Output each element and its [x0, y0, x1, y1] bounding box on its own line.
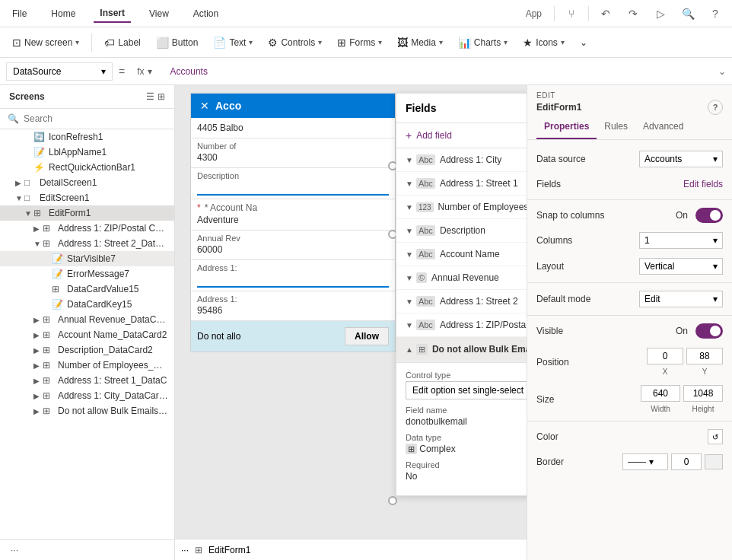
- sidebar-list-icon[interactable]: ☰: [146, 91, 154, 102]
- border-color-swatch[interactable]: [705, 454, 723, 469]
- redo-icon[interactable]: ↷: [622, 3, 644, 24]
- position-x-input[interactable]: [647, 348, 683, 364]
- play-icon[interactable]: ▷: [650, 3, 671, 24]
- field-item-zipcode[interactable]: ▼ Abc Address 1: ZIP/Postal Code: [396, 313, 527, 337]
- datasource-select-value: Accounts: [644, 154, 682, 164]
- border-width-input[interactable]: [671, 453, 702, 470]
- sidebar-item-editform[interactable]: ▼ ⊞ EditForm1: [0, 205, 174, 221]
- charts-button[interactable]: 📊 Charts ▾: [452, 33, 514, 52]
- charts-caret: ▾: [504, 38, 508, 46]
- field-name-label: Number of Employees: [438, 202, 527, 212]
- sidebar-item-datacardvalue[interactable]: ⊞ DataCardValue15: [0, 282, 174, 297]
- field-item-numemployees[interactable]: ▼ 123 Number of Employees: [396, 196, 527, 219]
- sidebar-item-numemployees[interactable]: ▶ ⊞ Number of Employees_Data: [0, 358, 174, 373]
- sidebar-item-accountname[interactable]: ▶ ⊞ Account Name_DataCard2: [0, 327, 174, 342]
- sidebar-grid-icon[interactable]: ⊞: [158, 91, 165, 102]
- allow-button[interactable]: Allow: [345, 327, 389, 345]
- datasource-prop-row: Data source Accounts ▾: [527, 146, 732, 172]
- sidebar-item-errormsg[interactable]: 📝 ErrorMessage7: [0, 266, 174, 282]
- add-field-button[interactable]: + Add field ···: [396, 123, 527, 148]
- field-item-street1[interactable]: ▼ Abc Address 1: Street 1: [396, 172, 527, 196]
- menu-insert[interactable]: Insert: [94, 5, 131, 23]
- sidebar-item-street1[interactable]: ▶ ⊞ Address 1: Street 1_DataC: [0, 373, 174, 388]
- sidebar-more-btn[interactable]: ···: [6, 543, 23, 557]
- layout-prop-select[interactable]: Vertical ▾: [639, 258, 723, 275]
- form-close-icon[interactable]: ✕: [200, 100, 209, 112]
- prop-divider2: [527, 282, 732, 283]
- field-name-label: Account Name: [440, 249, 527, 259]
- sidebar-item-starvisible[interactable]: 📝 StarVisible7: [0, 251, 174, 266]
- sidebar-item-detailscreen[interactable]: ▶ □ DetailScreen1: [0, 175, 174, 190]
- new-screen-button[interactable]: ⊡ New screen ▾: [6, 33, 85, 52]
- size-width-input[interactable]: [641, 385, 680, 402]
- edit-fields-link[interactable]: Edit fields: [683, 179, 723, 189]
- tab-properties[interactable]: Properties: [536, 115, 597, 139]
- sidebar-item-annualrev[interactable]: ▶ ⊞ Annual Revenue_DataCard2: [0, 312, 174, 327]
- field-item-donotbulk[interactable]: ▲ ⊞ Do not allow Bulk Emails ···: [396, 337, 527, 362]
- columns-prop-select[interactable]: 1 ▾: [639, 232, 723, 249]
- share-icon[interactable]: ⑂: [561, 3, 582, 24]
- menu-home[interactable]: Home: [45, 5, 81, 22]
- sidebar-item-editscreen[interactable]: ▼ □ EditScreen1: [0, 190, 174, 205]
- lblappname-icon: 📝: [33, 147, 46, 158]
- field-item-city[interactable]: ▼ Abc Address 1: City: [396, 148, 527, 172]
- data-type-row: Data type ⊞ Complex: [406, 433, 527, 454]
- help-question-icon[interactable]: ?: [708, 100, 723, 115]
- control-type-select[interactable]: Edit option set single-select ▾: [406, 381, 527, 399]
- forms-button[interactable]: ⊞ Forms ▾: [331, 33, 388, 52]
- text-button[interactable]: 📄 Text ▾: [207, 33, 259, 52]
- fields-prop-label: Fields: [536, 179, 605, 189]
- snap-toggle[interactable]: [695, 208, 723, 223]
- sidebar-title: Screens: [9, 91, 45, 102]
- sidebar-item-iconrefresh[interactable]: 🔄 IconRefresh1: [0, 129, 174, 145]
- sidebar-item-description[interactable]: ▶ ⊞ Description_DataCard2: [0, 342, 174, 358]
- expand-arrow: ▶: [33, 224, 43, 233]
- position-y-input[interactable]: [686, 348, 723, 364]
- field-item-annualrevenue[interactable]: ▼ © Annual Revenue: [396, 266, 527, 290]
- formula-expand-icon[interactable]: ⌄: [718, 66, 726, 77]
- sidebar-item-lblappname[interactable]: 📝 LblAppName1: [0, 145, 174, 160]
- more-button[interactable]: ⌄: [574, 34, 594, 51]
- expand-arrow: ▼: [24, 209, 33, 218]
- field-name-label: Description: [440, 225, 527, 236]
- sidebar-item-datacardkey[interactable]: 📝 DataCardKey15: [0, 297, 174, 312]
- help-icon[interactable]: ?: [705, 3, 726, 24]
- menu-view[interactable]: View: [143, 5, 175, 22]
- search-input[interactable]: [24, 113, 167, 124]
- field-item-description[interactable]: ▼ Abc Description: [396, 219, 527, 243]
- search-icon[interactable]: 🔍: [677, 3, 699, 24]
- menu-file[interactable]: File: [6, 5, 33, 22]
- field-item-accountname[interactable]: ▼ Abc Account Name: [396, 243, 527, 266]
- sidebar-item-citydatacard[interactable]: ▶ ⊞ Address 1: City_DataCard2: [0, 388, 174, 403]
- datasource-selector[interactable]: DataSource ▾: [6, 62, 113, 81]
- formula-value[interactable]: Accounts: [164, 66, 712, 77]
- tab-rules[interactable]: Rules: [597, 115, 635, 139]
- defaultmode-prop-select[interactable]: Edit ▾: [639, 291, 723, 307]
- undo-icon[interactable]: ↶: [595, 3, 616, 24]
- sidebar-item-street2[interactable]: ▼ ⊞ Address 1: Street 2_DataCar: [0, 236, 174, 251]
- color-picker-icon[interactable]: ↺: [708, 429, 723, 444]
- rectquick-icon: ⚡: [33, 162, 46, 173]
- bottom-more-button[interactable]: ···: [181, 545, 189, 555]
- tab-advanced[interactable]: Advanced: [635, 115, 691, 139]
- icons-button[interactable]: ★ Icons ▾: [517, 33, 571, 52]
- controls-button[interactable]: ⚙ Controls ▾: [262, 33, 328, 52]
- menu-action[interactable]: Action: [187, 5, 224, 22]
- control-type-label: Control type: [406, 371, 527, 380]
- datacardkey-label: DataCardKey15: [67, 299, 132, 310]
- media-button[interactable]: 🖼 Media ▾: [391, 33, 449, 52]
- form-address1-input[interactable]: [197, 272, 389, 288]
- form-description-input[interactable]: [197, 180, 389, 196]
- visible-toggle[interactable]: [695, 323, 723, 339]
- sidebar-item-rectquick[interactable]: ⚡ RectQuickActionBar1: [0, 160, 174, 175]
- sidebar-item-donotallow[interactable]: ▶ ⊞ Do not allow Bulk Emails_D: [0, 403, 174, 418]
- datasource-value: DataSource: [13, 66, 61, 77]
- sidebar-item-zipcode[interactable]: ▶ ⊞ Address 1: ZIP/Postal Code_: [0, 221, 174, 236]
- label-button[interactable]: 🏷 Label: [98, 33, 146, 52]
- datasource-prop-select[interactable]: Accounts ▾: [639, 151, 723, 167]
- button-button[interactable]: ⬜ Button: [150, 33, 205, 52]
- accountname-icon: ⊞: [43, 329, 55, 340]
- size-height-input[interactable]: [683, 385, 723, 402]
- border-line-selector[interactable]: ▾: [622, 453, 668, 470]
- field-item-street2[interactable]: ▼ Abc Address 1: Street 2: [396, 290, 527, 313]
